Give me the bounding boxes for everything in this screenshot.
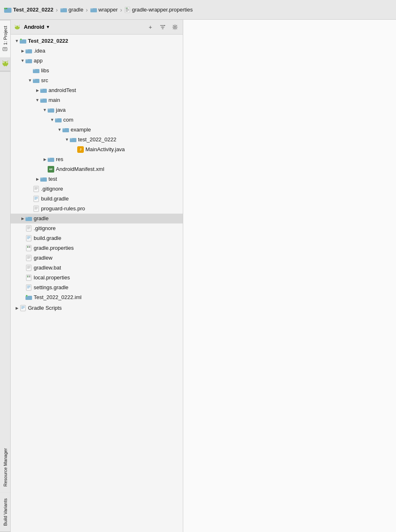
svg-point-106 xyxy=(26,295,28,297)
icon-test2022-folder xyxy=(70,136,76,143)
tree-item-main[interactable]: ▼ main xyxy=(11,95,183,105)
label-app: app xyxy=(34,57,43,65)
label-example: example xyxy=(71,126,91,134)
label-buildgradle-root: build.gradle xyxy=(34,234,61,242)
dropdown-arrow-icon: ▼ xyxy=(46,25,50,29)
icon-gradle-scripts xyxy=(20,305,26,311)
svg-rect-73 xyxy=(25,217,28,218)
tree-item-gitignore-app[interactable]: .gitignore xyxy=(11,184,183,194)
label-libs: libs xyxy=(41,67,49,75)
svg-rect-60 xyxy=(34,186,39,192)
breadcrumb-file-label[interactable]: gradle-wrapper.properties xyxy=(132,7,193,13)
svg-rect-43 xyxy=(33,79,35,80)
tree-item-app[interactable]: ▼ app xyxy=(11,56,183,66)
svg-rect-51 xyxy=(55,118,58,120)
add-button[interactable]: + xyxy=(146,23,155,32)
tree-item-manifest[interactable]: MF AndroidManifest.xml xyxy=(11,164,183,174)
breadcrumb-gradle-label[interactable]: gradle xyxy=(69,7,83,13)
svg-rect-97 xyxy=(27,277,28,278)
breadcrumb-sep-2: › xyxy=(86,7,88,13)
tree-item-res[interactable]: ▶ res xyxy=(11,154,183,164)
label-test2022: test_2022_0222 xyxy=(78,136,116,144)
svg-rect-82 xyxy=(26,245,31,251)
tab-project[interactable]: 1: Project xyxy=(0,20,10,57)
tab-build-variants[interactable]: Build Variants xyxy=(0,493,10,532)
arrow-test2022: ▼ xyxy=(64,136,70,144)
svg-rect-39 xyxy=(25,59,28,60)
tree-item-example[interactable]: ▼ example xyxy=(11,125,183,135)
label-gradle-scripts: Gradle Scripts xyxy=(28,304,62,312)
svg-point-16 xyxy=(3,62,4,63)
settings-button[interactable] xyxy=(170,23,180,32)
breadcrumb-folder-icon-1 xyxy=(60,7,67,13)
label-src: src xyxy=(41,76,48,85)
project-panel: Android ▼ + xyxy=(11,20,183,532)
icon-com-folder xyxy=(55,117,62,123)
svg-rect-96 xyxy=(27,276,28,276)
tree-item-idea[interactable]: ▶ .idea xyxy=(11,46,183,56)
svg-point-15 xyxy=(2,62,8,66)
view-selector[interactable]: Android ▼ xyxy=(24,24,50,30)
label-test: test xyxy=(48,175,57,183)
tree-item-libs[interactable]: libs xyxy=(11,66,183,76)
icon-gitignore-app xyxy=(33,186,39,192)
svg-rect-37 xyxy=(25,49,28,51)
svg-line-19 xyxy=(7,61,8,62)
tree-item-gradle-scripts[interactable]: ▶ Gradle Scripts xyxy=(11,303,183,313)
breadcrumb-sep-3: › xyxy=(120,7,122,13)
arrow-app: ▼ xyxy=(20,57,25,65)
label-mainactivity: MainActivity.java xyxy=(85,145,125,154)
icon-project-root xyxy=(20,38,26,44)
arrow-gradle-scripts: ▶ xyxy=(14,304,20,312)
label-settingsgradle: settings.gradle xyxy=(34,283,69,292)
svg-rect-21 xyxy=(6,65,7,67)
icon-app-folder xyxy=(25,58,32,64)
tree-item-gradleprops[interactable]: gradle.properties xyxy=(11,243,183,253)
icon-buildgradle-root xyxy=(25,235,32,242)
android-project-icon[interactable] xyxy=(2,60,9,68)
breadcrumb-project-icon xyxy=(4,7,12,13)
filter-button[interactable] xyxy=(158,23,167,32)
svg-line-18 xyxy=(2,61,3,62)
arrow-idea: ▶ xyxy=(20,47,25,55)
icon-gradleprops xyxy=(25,245,32,251)
tree-item-gradlewbat[interactable]: gradlew.bat xyxy=(11,263,183,273)
tree-item-buildgradle-app[interactable]: build.gradle xyxy=(11,194,183,204)
svg-rect-87 xyxy=(26,255,31,261)
svg-rect-20 xyxy=(4,65,5,67)
tree-item-proguard[interactable]: proguard-rules.pro xyxy=(11,204,183,214)
tree-item-test[interactable]: ▶ test xyxy=(11,174,183,184)
android-icon-small xyxy=(14,24,21,30)
tree-item-iml[interactable]: Test_2022_0222.iml xyxy=(11,292,183,302)
label-buildgradle-app: build.gradle xyxy=(41,195,69,203)
arrow-example: ▼ xyxy=(57,126,62,134)
svg-rect-100 xyxy=(26,285,31,290)
tree-item-gitignore-root[interactable]: .gitignore xyxy=(11,223,183,233)
label-proguard: proguard-rules.pro xyxy=(41,205,85,213)
tree-item-androidtest[interactable]: ▶ androidTest xyxy=(11,85,183,95)
svg-point-23 xyxy=(16,26,16,27)
svg-rect-98 xyxy=(29,276,30,276)
svg-rect-83 xyxy=(27,246,28,247)
tab-resource-manager[interactable]: Resource Manager xyxy=(0,71,10,492)
tree-item-localprops[interactable]: local.properties xyxy=(11,273,183,283)
svg-line-26 xyxy=(19,25,20,25)
label-gradlewbat: gradlew.bat xyxy=(34,264,61,272)
tree-item-root[interactable]: ▼ Test_2022_0222 xyxy=(11,36,183,46)
arrow-res: ▶ xyxy=(42,155,48,164)
tree-item-test2022[interactable]: ▼ test_2022_0222 xyxy=(11,135,183,145)
tree-item-gradlew[interactable]: gradlew xyxy=(11,253,183,263)
arrow-root: ▼ xyxy=(14,37,20,45)
breadcrumb-project-label[interactable]: Test_2022_0222 xyxy=(13,7,53,13)
tree-item-mainactivity[interactable]: J MainActivity.java xyxy=(11,145,183,154)
breadcrumb-wrapper-label[interactable]: wrapper xyxy=(99,7,118,13)
tree-item-buildgradle-root[interactable]: build.gradle xyxy=(11,233,183,243)
svg-point-2 xyxy=(5,8,6,9)
label-com: com xyxy=(63,116,74,124)
tree-item-gradle[interactable]: ▶ gradle xyxy=(11,214,183,223)
icon-java-file: J xyxy=(77,146,84,153)
tree-item-com[interactable]: ▼ com xyxy=(11,115,183,125)
tree-item-src[interactable]: ▼ src xyxy=(11,76,183,85)
tree-item-settingsgradle[interactable]: settings.gradle xyxy=(11,283,183,292)
tree-item-java[interactable]: ▼ java xyxy=(11,105,183,115)
